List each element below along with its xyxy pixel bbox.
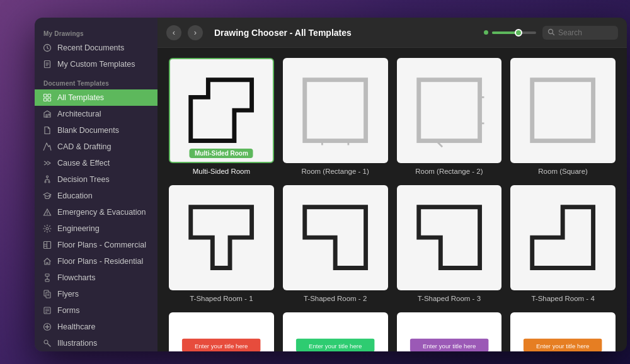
toolbar: ‹ › Drawing Chooser - All Templates — [158, 18, 627, 48]
templates-grid: Multi-Sided Room Multi-Sided Room Room (… — [169, 58, 616, 351]
sidebar-item-custom[interactable]: My Custom Templates — [35, 56, 158, 72]
home-icon — [42, 256, 52, 266]
floorcom-label: Floor Plans - Commercial — [57, 241, 146, 249]
education-icon — [42, 191, 52, 201]
template-thumb-square — [510, 58, 616, 163]
grid-icon — [42, 93, 52, 103]
svg-rect-35 — [305, 80, 366, 141]
template-label-multi-sided: Multi-Sided Room — [193, 168, 250, 175]
sidebar-item-cause[interactable]: Cause & Effect — [35, 155, 158, 171]
template-thumb-rect1 — [283, 58, 388, 163]
education-label: Education — [57, 191, 93, 200]
chevrons-icon — [42, 158, 52, 168]
all-templates-label: All Templates — [57, 93, 104, 102]
sidebar-item-decision[interactable]: Decision Trees — [35, 171, 158, 188]
sidebar: My Drawings Recent Documents My Custom T… — [35, 18, 158, 351]
template-label-tshape4: T-Shaped Room - 4 — [531, 295, 594, 302]
template-card-colored4[interactable]: Enter your title here — [510, 312, 616, 352]
svg-rect-4 — [44, 98, 47, 101]
warning-icon — [42, 207, 52, 217]
svg-point-8 — [47, 176, 49, 178]
form-icon — [42, 305, 52, 316]
sidebar-item-engineering[interactable]: Engineering — [35, 220, 158, 237]
template-thumb-colored4: Enter your title here — [510, 312, 616, 352]
tree-icon — [42, 174, 52, 185]
sidebar-item-cad[interactable]: CAD & Drafting — [35, 139, 158, 155]
template-thumb-tshape4 — [510, 185, 616, 290]
template-thumb-colored1: Enter your title here — [169, 312, 274, 352]
sidebar-item-floorcom[interactable]: Floor Plans - Commercial — [35, 237, 158, 253]
doc-templates-label: Document Templates — [35, 76, 158, 89]
back-button[interactable]: ‹ — [166, 25, 181, 40]
template-thumb-colored2: Enter your title here — [283, 312, 388, 352]
svg-rect-6 — [46, 115, 47, 117]
emergency-label: Emergency & Evacuation — [57, 208, 146, 217]
template-card-colored3[interactable]: Enter your title here — [397, 312, 502, 352]
decision-label: Decision Trees — [57, 175, 110, 184]
forms-label: Forms — [57, 306, 79, 315]
template-label-square: Room (Square) — [538, 168, 588, 175]
template-thumb-tshape1 — [169, 185, 274, 290]
sidebar-item-forms[interactable]: Forms — [35, 302, 158, 319]
clock-icon — [42, 43, 52, 53]
floorres-label: Floor Plans - Residential — [57, 257, 143, 266]
template-card-rect2[interactable]: Room (Rectange - 2) — [397, 58, 502, 175]
template-label-tshape3: T-Shaped Room - 3 — [418, 295, 481, 302]
search-box — [542, 26, 618, 40]
floorplan-icon — [42, 240, 52, 250]
illus-icon — [42, 338, 52, 348]
template-card-tshape3[interactable]: T-Shaped Room - 3 — [397, 185, 502, 302]
blank-label: Blank Documents — [57, 126, 119, 135]
sidebar-item-healthcare[interactable]: Healthcare — [35, 319, 158, 335]
template-card-multi-sided[interactable]: Multi-Sided Room Multi-Sided Room — [169, 58, 274, 175]
building-icon — [42, 109, 52, 119]
grid-area: Multi-Sided Room Multi-Sided Room Room (… — [158, 48, 627, 351]
template-label-rect2: Room (Rectange - 2) — [415, 168, 483, 175]
svg-rect-38 — [418, 80, 479, 141]
architectural-label: Architectural — [57, 110, 101, 118]
zoom-slider[interactable] — [492, 31, 536, 34]
svg-point-9 — [45, 181, 46, 183]
template-card-tshape1[interactable]: T-Shaped Room - 1 — [169, 185, 274, 302]
zoom-slider-container — [484, 30, 536, 35]
flow-icon — [42, 273, 52, 283]
svg-point-14 — [46, 227, 49, 230]
flyer-icon — [42, 289, 52, 299]
svg-rect-42 — [532, 80, 593, 141]
healthcare-label: Healthcare — [57, 322, 95, 331]
template-thumb-tshape3 — [397, 185, 502, 290]
selected-badge: Multi-Sided Room — [190, 149, 253, 158]
template-thumb-tshape2 — [283, 185, 388, 290]
template-card-rect1[interactable]: Room (Rectange - 1) — [283, 58, 388, 175]
template-card-colored1[interactable]: Enter your title here — [169, 312, 274, 352]
flyers-label: Flyers — [57, 290, 79, 299]
svg-line-34 — [553, 33, 554, 35]
template-card-tshape2[interactable]: T-Shaped Room - 2 — [283, 185, 388, 302]
template-label-tshape1: T-Shaped Room - 1 — [190, 295, 253, 302]
sidebar-item-floorres[interactable]: Floor Plans - Residential — [35, 253, 158, 270]
svg-rect-3 — [48, 94, 51, 98]
sidebar-item-illustrations[interactable]: Illustrations — [35, 335, 158, 351]
template-thumb-multi-sided: Multi-Sided Room — [169, 58, 274, 163]
cad-icon — [42, 142, 52, 152]
sidebar-item-recent[interactable]: Recent Documents — [35, 40, 158, 56]
template-card-tshape4[interactable]: T-Shaped Room - 4 — [510, 185, 616, 302]
template-thumb-rect2 — [397, 58, 502, 163]
sidebar-item-blank[interactable]: Blank Documents — [35, 122, 158, 139]
forward-button[interactable]: › — [188, 25, 203, 40]
engineering-label: Engineering — [57, 224, 100, 233]
template-card-colored2[interactable]: Enter your title here — [283, 312, 388, 352]
sidebar-item-flowcharts[interactable]: Flowcharts — [35, 270, 158, 286]
svg-rect-16 — [45, 274, 49, 276]
sidebar-item-all[interactable]: All Templates — [35, 89, 158, 106]
svg-text:Enter your title here: Enter your title here — [423, 343, 476, 350]
template-card-square[interactable]: Room (Square) — [510, 58, 616, 175]
sidebar-item-education[interactable]: Education — [35, 188, 158, 204]
sidebar-item-architectural[interactable]: Architectural — [35, 106, 158, 122]
svg-rect-5 — [48, 98, 51, 101]
cause-label: Cause & Effect — [57, 159, 110, 168]
sidebar-item-flyers[interactable]: Flyers — [35, 286, 158, 302]
sidebar-item-emergency[interactable]: Emergency & Evacuation — [35, 204, 158, 220]
search-input[interactable] — [558, 28, 609, 37]
cad-label: CAD & Drafting — [57, 142, 111, 151]
